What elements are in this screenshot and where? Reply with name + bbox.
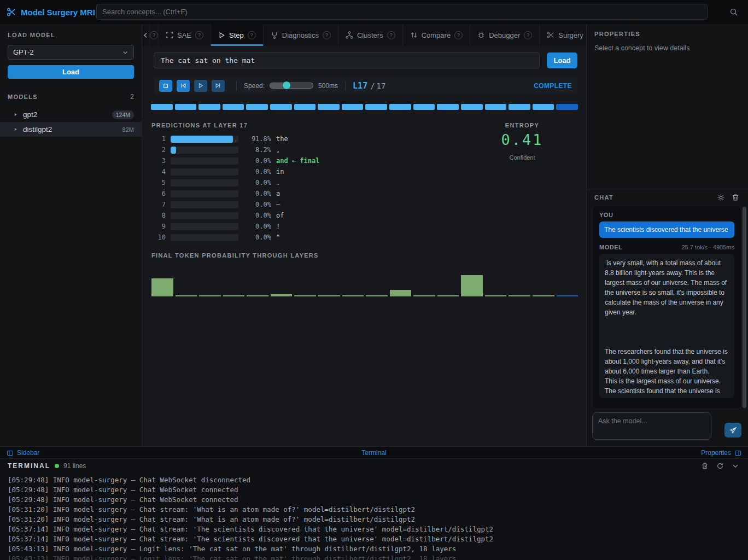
layer-segment-0[interactable]: [151, 104, 173, 110]
caret-right-icon[interactable]: [13, 127, 18, 132]
prediction-pct: 0.0%: [242, 212, 271, 219]
skip-to-end-button[interactable]: [212, 80, 225, 92]
layer-segment-16[interactable]: [533, 104, 554, 110]
tab-label: Debugger: [489, 31, 520, 39]
model-row-gpt2[interactable]: gpt2 124M: [0, 107, 142, 122]
chart-bar-layer-9: [366, 295, 388, 296]
search-input[interactable]: [96, 4, 708, 20]
prompt-input[interactable]: [154, 52, 540, 68]
help-icon[interactable]: [524, 31, 532, 39]
layer-segment-1[interactable]: [175, 104, 197, 110]
tab-label: Diagnostics: [282, 31, 319, 39]
trash-icon[interactable]: [701, 462, 709, 470]
help-icon[interactable]: [150, 31, 158, 39]
gear-icon[interactable]: [717, 194, 725, 202]
chat-scrollbar[interactable]: [743, 207, 746, 408]
model-message: is very small, with a total mass of abou…: [599, 254, 734, 398]
tab-label: Clusters: [357, 31, 383, 39]
toggle-terminal-button[interactable]: Terminal: [0, 447, 748, 459]
chevron-down-icon[interactable]: [732, 462, 739, 470]
layer-segment-11[interactable]: [413, 104, 435, 110]
tab-diagnostics[interactable]: Diagnostics: [264, 24, 338, 46]
layer-segment-12[interactable]: [437, 104, 459, 110]
help-icon[interactable]: [195, 31, 203, 39]
layer-segment-3[interactable]: [223, 104, 244, 110]
layer-segment-7[interactable]: [318, 104, 340, 110]
skip-to-start-button[interactable]: [177, 80, 190, 92]
terminal-line: [05:29:48] INFO model-surgery — Chat Web…: [8, 485, 748, 495]
properties-header: PROPERTIES: [594, 31, 640, 37]
prediction-pct: 8.2%: [242, 146, 271, 154]
help-icon[interactable]: [387, 31, 395, 39]
prediction-token: !: [276, 223, 280, 230]
prediction-rank: 10: [151, 234, 166, 241]
layer-progress[interactable]: [151, 104, 578, 110]
layer-segment-6[interactable]: [294, 104, 316, 110]
tabs-scroll-left-button[interactable]: [142, 24, 150, 46]
tab-sae[interactable]: SAE: [159, 24, 211, 46]
prompt-load-button[interactable]: Load: [547, 52, 577, 68]
terminal-panel: TERMINAL 91 lines [05:29:48] INFO model-…: [0, 458, 748, 560]
step-view: Load Speed: 500ms: [142, 46, 586, 446]
properties-toggle-label: Properties: [701, 449, 731, 457]
model-select[interactable]: GPT-2: [8, 45, 134, 60]
prediction-pct: 0.0%: [242, 157, 271, 165]
model-name: gpt2: [23, 110, 112, 119]
help-icon[interactable]: [323, 31, 331, 39]
prediction-bar-track: [171, 168, 238, 176]
stop-button[interactable]: [159, 80, 172, 92]
layer-segment-17[interactable]: [556, 104, 578, 110]
layer-segment-9[interactable]: [365, 104, 387, 110]
chart-bar-layer-11: [413, 295, 435, 296]
layer-segment-15[interactable]: [509, 104, 530, 110]
layer-segment-5[interactable]: [270, 104, 292, 110]
chart-bar-layer-5: [271, 294, 293, 296]
prediction-row: 40.0%in: [151, 166, 319, 177]
tab-compare[interactable]: Compare: [403, 24, 470, 46]
caret-right-icon[interactable]: [13, 112, 18, 117]
chart-bar-layer-16: [533, 295, 554, 296]
terminal-log: [05:29:48] INFO model-surgery — Chat Web…: [8, 475, 748, 560]
toggle-properties-button[interactable]: Properties: [701, 447, 741, 459]
chart-bar-layer-4: [247, 295, 268, 296]
tab-debugger[interactable]: Debugger: [470, 24, 540, 46]
terminal-lines-count: 91 lines: [63, 462, 86, 470]
chart-bar-layer-3: [223, 295, 245, 296]
prediction-token: a: [276, 190, 280, 197]
chevron-down-icon: [122, 49, 128, 56]
app-logo: Model Surgery MRI: [7, 0, 95, 24]
layer-segment-4[interactable]: [246, 104, 268, 110]
layer-segment-2[interactable]: [198, 104, 220, 110]
refresh-icon[interactable]: [716, 462, 724, 470]
model-label: MODEL: [599, 244, 622, 250]
trash-icon[interactable]: [732, 194, 739, 202]
chat-messages: YOU The scientists discovered that the u…: [592, 206, 741, 409]
layer-segment-10[interactable]: [389, 104, 411, 110]
current-layer: L17: [353, 81, 367, 91]
search-icon[interactable]: [729, 8, 738, 16]
slider-knob[interactable]: [283, 81, 290, 89]
model-row-distilgpt2[interactable]: distilgpt2 82M: [0, 122, 142, 137]
chart-bar-layer-2: [199, 295, 221, 296]
send-button[interactable]: [724, 423, 741, 438]
play-button[interactable]: [194, 80, 207, 92]
help-icon[interactable]: [248, 31, 256, 39]
layer-segment-8[interactable]: [342, 104, 364, 110]
layer-segment-14[interactable]: [485, 104, 507, 110]
tab-label: Compare: [422, 31, 451, 39]
tab-clusters[interactable]: Clusters: [338, 24, 403, 46]
sidebar: LOAD MODEL GPT-2 Load MODELS 2 gpt2 124M: [0, 24, 142, 446]
chat-input[interactable]: [592, 412, 711, 440]
prediction-rank: 2: [151, 146, 166, 154]
load-model-button[interactable]: Load: [8, 65, 134, 79]
terminal-line-partial: [05:43:13] INFO model-surgery — Logit le…: [8, 554, 748, 560]
models-count: 2: [130, 93, 134, 101]
status-dot-icon: [55, 464, 59, 468]
speed-slider[interactable]: [270, 83, 313, 89]
help-icon[interactable]: [454, 31, 463, 39]
tab-step[interactable]: Step: [211, 24, 264, 46]
predictions-list: 191.8%the28.2%,30.0%and ← final40.0%in50…: [151, 133, 319, 243]
tour-help-button[interactable]: [150, 24, 159, 46]
layer-segment-13[interactable]: [461, 104, 483, 110]
chart-bar-layer-6: [294, 295, 316, 296]
